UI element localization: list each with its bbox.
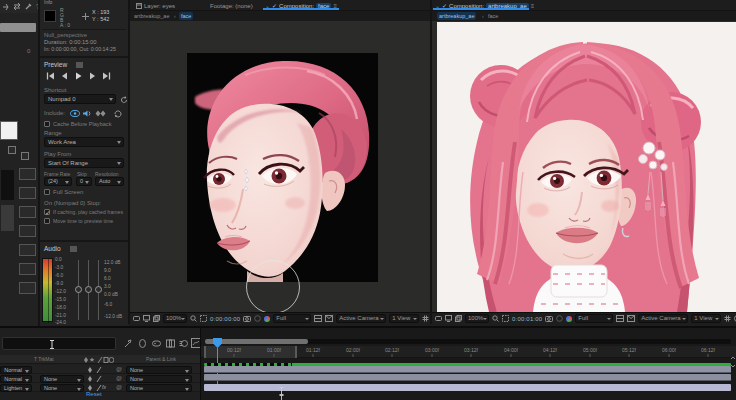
swatch-box-1[interactable] <box>8 146 16 154</box>
cache-before-playback-checkbox[interactable] <box>44 121 50 127</box>
layer-switch-icons[interactable] <box>88 367 102 373</box>
include-video-icon[interactable] <box>70 110 80 117</box>
target-region-icon[interactable] <box>627 315 635 322</box>
parent-dropdown[interactable]: None <box>126 366 192 374</box>
breadcrumb-root[interactable]: artbreakup_ae <box>134 13 169 19</box>
scrubber-fragment[interactable] <box>0 23 36 32</box>
resolution-icon[interactable] <box>616 315 624 322</box>
layer-switch-icons[interactable] <box>88 385 102 391</box>
layers-icon[interactable] <box>455 315 462 322</box>
stack-item[interactable] <box>19 244 36 256</box>
parent-dropdown[interactable]: None <box>126 375 192 383</box>
breadcrumb-current[interactable]: face <box>179 12 193 20</box>
viewer-pasteboard[interactable] <box>432 21 736 312</box>
layer-row-2[interactable]: Normal None @ None <box>0 374 200 383</box>
blend-mode-dropdown[interactable]: Normal <box>0 375 32 383</box>
if-caching-checkbox[interactable] <box>44 209 50 215</box>
monitor-icon[interactable] <box>143 315 150 322</box>
shortcut-dropdown[interactable]: Numpad 0 <box>44 94 116 104</box>
loop-icon[interactable] <box>114 110 122 118</box>
wrench-icon[interactable] <box>25 3 32 10</box>
camera-dropdown[interactable]: Active Camera <box>638 314 688 323</box>
timeline-scroll-handle[interactable] <box>730 356 736 368</box>
breadcrumb-current[interactable]: face <box>488 13 498 19</box>
shy-layers-icon[interactable] <box>152 339 161 348</box>
breadcrumb-root[interactable]: artbreakup_ae <box>437 12 476 20</box>
monitor-icon[interactable] <box>445 315 452 322</box>
stack-item[interactable] <box>19 206 36 218</box>
trkmat-column-header[interactable]: T TrkMat <box>34 356 54 363</box>
timeline-navigator-track[interactable] <box>205 339 731 344</box>
stack-item[interactable] <box>19 225 36 237</box>
channel-dropdown[interactable]: Full <box>575 314 613 323</box>
audio-slider-knob-right[interactable] <box>95 286 102 293</box>
stack-item[interactable] <box>19 168 36 180</box>
viewer-pasteboard[interactable] <box>130 21 430 312</box>
panel-menu-icon[interactable] <box>76 62 83 68</box>
include-overlays-icon[interactable] <box>95 110 106 117</box>
timeline-search-input[interactable] <box>2 337 116 350</box>
audio-slider-knob-center[interactable] <box>85 286 92 293</box>
viewer-timecode[interactable]: 0:00:00:00 <box>210 316 240 322</box>
parent-link-column-header[interactable]: Parent & Link <box>146 356 176 363</box>
comp-canvas-main[interactable] <box>437 22 736 312</box>
stack-item[interactable] <box>19 282 36 294</box>
layers-icon[interactable] <box>153 315 160 322</box>
previous-frame-button[interactable] <box>60 72 69 80</box>
tab-footage[interactable]: Footage: (none) <box>210 0 253 11</box>
region-of-interest-icon[interactable] <box>502 315 509 322</box>
view-layout-dropdown[interactable]: 1 View <box>691 314 721 323</box>
range-dropdown[interactable]: Work Area <box>44 137 124 147</box>
snapshot-camera-icon[interactable] <box>545 315 553 322</box>
hand-tool-icon[interactable] <box>133 315 140 322</box>
trkmat-dropdown[interactable]: None <box>40 384 84 392</box>
zoom-dropdown[interactable]: 100% <box>465 314 489 323</box>
fill-color-swatch[interactable] <box>0 121 18 140</box>
view-layout-dropdown[interactable]: 1 View <box>389 314 419 323</box>
draft-3d-icon[interactable] <box>138 339 147 348</box>
layer-switch-icons[interactable] <box>88 376 102 382</box>
camera-dropdown[interactable]: Active Camera <box>336 314 386 323</box>
resolution-dropdown[interactable]: Auto <box>95 177 124 186</box>
viewer-timecode[interactable]: 0:00:01:00 <box>512 316 542 322</box>
grid-guides-icon[interactable] <box>422 315 429 322</box>
target-region-icon[interactable] <box>325 315 333 322</box>
show-snapshot-icon[interactable] <box>556 315 563 322</box>
frame-rate-dropdown[interactable]: (24) <box>44 177 72 186</box>
include-audio-icon[interactable] <box>83 110 92 117</box>
panel-menu-icon[interactable]: ≡ <box>531 3 535 9</box>
last-frame-button[interactable] <box>102 72 111 80</box>
reset-preview-icon[interactable] <box>120 96 128 104</box>
swatch-box-2[interactable] <box>21 152 29 160</box>
skip-dropdown[interactable]: 0 <box>76 177 92 186</box>
pickwhip-icon[interactable]: @ <box>116 375 122 382</box>
swap-arrows-icon[interactable] <box>13 3 21 10</box>
hand-tool-icon[interactable] <box>435 315 442 322</box>
snapshot-camera-icon[interactable] <box>243 315 251 322</box>
selection-tool-icon[interactable] <box>2 3 9 10</box>
pickwhip-icon[interactable]: @ <box>116 366 122 373</box>
layer-bar-2[interactable] <box>204 374 731 381</box>
zoom-dropdown[interactable]: 100% <box>163 314 187 323</box>
blend-mode-dropdown[interactable]: Lighten <box>0 384 32 392</box>
full-screen-checkbox[interactable] <box>44 189 50 195</box>
pickwhip-icon[interactable]: @ <box>116 384 122 391</box>
grid-guides-icon[interactable] <box>724 315 731 322</box>
audio-slider-knob-left[interactable] <box>75 286 82 293</box>
resolution-icon[interactable] <box>314 315 322 322</box>
show-channel-icon[interactable] <box>566 316 572 322</box>
move-time-checkbox[interactable] <box>44 218 50 224</box>
stack-item[interactable] <box>19 263 36 275</box>
stack-item[interactable] <box>19 187 36 199</box>
parent-dropdown[interactable]: None <box>126 384 192 392</box>
mini-flowchart-icon[interactable] <box>124 339 133 348</box>
time-ruler[interactable]: 00:12f 01:00f 01:12f 02:00f 02:12f 03:00… <box>201 346 736 358</box>
motion-blur-icon[interactable] <box>179 339 188 348</box>
show-snapshot-icon[interactable] <box>254 315 261 322</box>
tab-layer[interactable]: Layer: eyes <box>136 0 175 11</box>
blend-mode-dropdown[interactable]: Normal <box>0 366 32 374</box>
show-channel-icon[interactable] <box>264 316 270 322</box>
comp-canvas-face[interactable] <box>187 53 378 282</box>
channel-dropdown[interactable]: Full <box>273 314 311 323</box>
panel-menu-icon[interactable] <box>70 246 77 252</box>
